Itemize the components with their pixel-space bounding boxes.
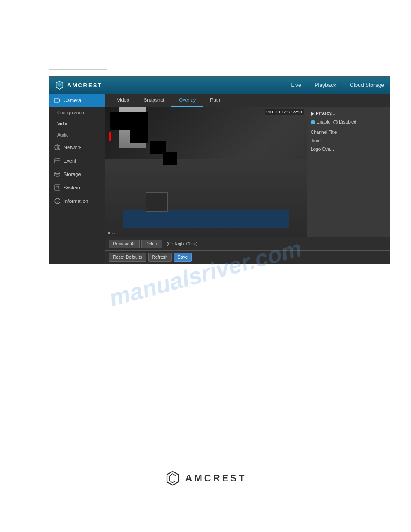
svg-marker-1 (57, 82, 61, 87)
camera-feed: 20 8-10-17 13:22:21 IPC (105, 107, 307, 237)
nav-links: Live Playback Cloud Storage (291, 82, 384, 88)
button-row-1: Remove All Delete (Or Right Click) (105, 237, 390, 250)
reset-defaults-button[interactable]: Reset Defaults (109, 253, 146, 262)
sidebar-network-label: Network (64, 145, 81, 150)
corner-marker (109, 132, 111, 141)
sidebar-storage-label: Storage (64, 172, 81, 177)
sidebar-system-label: System (64, 185, 80, 190)
desk-shape (123, 210, 289, 228)
sidebar-camera-label: Camera (64, 98, 81, 103)
sidebar-event-label: Event (64, 158, 76, 163)
sidebar-item-configuration[interactable]: Configuration (49, 107, 105, 118)
content-panel: Video Snapshot Overlay Path (105, 94, 390, 264)
camera-icon (54, 97, 61, 104)
bottom-divider (49, 457, 107, 457)
delete-button[interactable]: Delete (141, 240, 163, 248)
overlay-channel-title[interactable]: Channel Title (311, 129, 386, 136)
svg-rect-16 (56, 186, 59, 189)
tab-path[interactable]: Path (203, 94, 227, 107)
storage-icon (54, 171, 61, 178)
nav-logo-text: AMCREST (67, 82, 102, 89)
camera-area: 20 8-10-17 13:22:21 IPC ▶ Privacy... (105, 107, 390, 237)
sidebar-item-network[interactable]: Network (49, 141, 105, 154)
ui-container: AMCREST Live Playback Cloud Storage Came… (49, 76, 390, 264)
svg-point-11 (55, 172, 60, 174)
sidebar-audio-label: Audio (57, 133, 69, 137)
arrow-icon: ▶ (311, 111, 314, 116)
nav-bar: AMCREST Live Playback Cloud Storage (49, 77, 390, 94)
sidebar-item-information[interactable]: i Information (49, 194, 105, 208)
tab-overlay[interactable]: Overlay (171, 94, 203, 107)
camera-timestamp: 20 8-10-17 13:22:21 (265, 109, 304, 115)
svg-marker-20 (169, 474, 176, 483)
tab-snapshot[interactable]: Snapshot (137, 94, 171, 107)
bottom-logo-text: AMCREST (185, 472, 247, 484)
enable-disable-row: Enable Disabled (311, 120, 386, 124)
refresh-button[interactable]: Refresh (148, 253, 172, 262)
privacy-block-2 (130, 112, 148, 128)
overlay-section-title: ▶ Privacy... (311, 111, 386, 116)
network-icon (54, 144, 61, 151)
amcrest-logo-icon (55, 80, 64, 90)
sidebar-item-event[interactable]: Event (49, 154, 105, 167)
button-row-2: Reset Defaults Refresh Save (105, 250, 390, 264)
svg-point-14 (55, 175, 60, 176)
enable-radio-label[interactable]: Enable (311, 120, 330, 124)
bottom-logo-area: AMCREST (165, 470, 247, 486)
svg-rect-7 (55, 159, 60, 163)
save-button[interactable]: Save (174, 253, 192, 262)
overlay-logo-overlay[interactable]: Logo Ove... (311, 146, 386, 153)
main-content: Camera Configuration Video Audio (49, 94, 390, 264)
system-icon (54, 184, 61, 191)
ipc-label: IPC (108, 231, 115, 235)
disabled-radio-dot[interactable] (333, 120, 338, 124)
sidebar-item-audio[interactable]: Audio (49, 129, 105, 141)
overlay-panel: ▶ Privacy... Enable Disabled (307, 107, 390, 237)
tabs-bar: Video Snapshot Overlay Path (105, 94, 390, 107)
sidebar-item-camera[interactable]: Camera (49, 94, 105, 107)
sidebar-video-label: Video (57, 121, 68, 126)
privacy-block-3 (130, 128, 148, 143)
svg-text:i: i (57, 200, 58, 204)
svg-marker-19 (167, 472, 178, 485)
sidebar-item-video[interactable]: Video (49, 118, 105, 129)
nav-link-playback[interactable]: Playback (315, 82, 337, 88)
bottom-amcrest-logo-icon (165, 470, 181, 486)
sidebar-item-storage[interactable]: Storage (49, 167, 105, 181)
tab-video[interactable]: Video (110, 94, 137, 107)
privacy-block-1 (110, 112, 130, 130)
privacy-block-5 (163, 152, 177, 165)
camera-view: 20 8-10-17 13:22:21 IPC (105, 107, 307, 237)
sidebar-configuration-label: Configuration (57, 110, 84, 115)
svg-rect-15 (55, 185, 60, 190)
right-click-hint: (Or Right Click) (164, 240, 200, 248)
overlay-time[interactable]: Time (311, 137, 386, 144)
event-icon (54, 157, 61, 164)
svg-rect-2 (54, 99, 59, 102)
logo-area: AMCREST (55, 80, 102, 90)
page-container: AMCREST Live Playback Cloud Storage Came… (0, 0, 411, 532)
sidebar: Camera Configuration Video Audio (49, 94, 105, 264)
info-icon: i (54, 197, 61, 205)
remove-all-button[interactable]: Remove All (109, 240, 140, 248)
sidebar-information-label: Information (64, 198, 88, 204)
disabled-radio-label[interactable]: Disabled (333, 120, 356, 124)
top-divider (49, 69, 107, 70)
monitor-shape (146, 192, 168, 212)
sidebar-item-system[interactable]: System (49, 181, 105, 194)
nav-link-cloud-storage[interactable]: Cloud Storage (350, 82, 384, 88)
nav-link-live[interactable]: Live (291, 82, 301, 88)
enable-radio-dot[interactable] (311, 120, 315, 124)
